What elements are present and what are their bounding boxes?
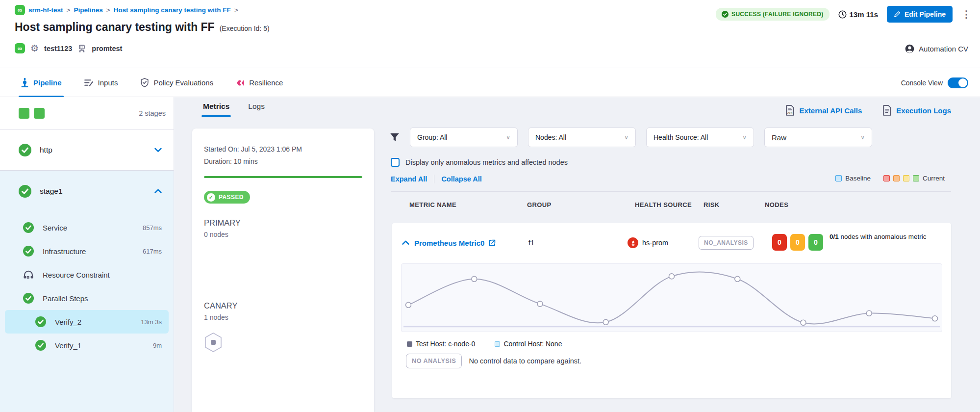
metric-row: Prometheus Metric0 f1 hs-prom N (392, 234, 951, 252)
group-filter-dropdown[interactable]: Group: All∨ (410, 128, 518, 147)
col-risk: RISK (704, 201, 720, 208)
collapse-all-link[interactable]: Collapse All (441, 175, 481, 183)
legend-current: Current (883, 175, 945, 182)
step-duration: 13m 3s (141, 318, 162, 326)
breadcrumb-separator: > (234, 6, 238, 14)
tab-pipeline[interactable]: Pipeline (21, 68, 62, 97)
document-icon (882, 105, 892, 116)
control-host-legend[interactable]: Control Host: None (495, 340, 562, 348)
step-row-resource-constraint[interactable]: Resource Constraint (0, 263, 174, 286)
chevron-up-icon[interactable] (154, 189, 162, 194)
step-name: Verify_1 (55, 341, 81, 350)
tabs: Pipeline Inputs Policy Evaluations Resil… (21, 68, 283, 97)
external-link-icon[interactable] (488, 239, 496, 247)
stage-row-http[interactable]: http (0, 129, 174, 171)
execution-logs-link[interactable]: Execution Logs (882, 105, 951, 116)
success-check-icon (722, 11, 729, 18)
expand-all-link[interactable]: Expand All (391, 175, 427, 183)
risk-green-swatch (913, 175, 919, 181)
collapse-metric-chevron[interactable] (402, 234, 409, 252)
node-count-yellow: 0 (790, 234, 805, 251)
page-title-row: Host sampling canary testing with FF (Ex… (15, 21, 270, 34)
canary-node-count: 1 nodes (204, 313, 362, 321)
chevron-down-icon: ∨ (860, 134, 865, 141)
divider (434, 175, 434, 183)
svg-text:API: API (787, 111, 793, 114)
filters-row: Group: All∨ Nodes: All∨ Health Source: A… (390, 128, 872, 147)
success-check-icon (19, 185, 31, 198)
success-check-icon (35, 340, 46, 351)
edit-pipeline-button[interactable]: Edit Pipeline (887, 6, 953, 23)
col-health-source: HEALTH SOURCE (635, 201, 692, 208)
tab-policy-evaluations[interactable]: Policy Evaluations (140, 68, 213, 97)
baseline-swatch (835, 175, 842, 181)
breadcrumb-pipeline-name[interactable]: Host sampling canary testing with FF (114, 6, 231, 14)
canary-node-hexagon-icon[interactable] (204, 332, 223, 353)
anomalous-filter-row: Display only anomalous metrics and affec… (391, 158, 568, 167)
avatar-icon (905, 44, 914, 53)
filter-funnel-icon[interactable] (390, 132, 400, 142)
service-name[interactable]: test1123 (44, 45, 72, 52)
step-name: Infrastructure (43, 247, 86, 256)
chevron-down-icon[interactable] (154, 148, 162, 153)
divider (391, 191, 951, 192)
chevron-up-icon (402, 240, 409, 245)
breadcrumb-pipelines[interactable]: Pipelines (74, 6, 102, 14)
tab-logs[interactable]: Logs (248, 102, 265, 117)
breadcrumb-separator: > (106, 6, 110, 14)
stage-row-stage1[interactable]: stage1 (0, 171, 174, 212)
tab-bar: Pipeline Inputs Policy Evaluations Resil… (0, 68, 980, 97)
col-group: GROUP (527, 201, 552, 208)
breadcrumb-separator: > (67, 6, 71, 14)
expand-collapse-controls: Expand All Collapse All (391, 175, 482, 183)
execution-duration: 13m 11s (838, 10, 878, 19)
nodes-filter-dropdown[interactable]: Nodes: All∨ (528, 128, 636, 147)
current-swatches (883, 175, 919, 181)
tab-resilience[interactable]: Resilience (236, 68, 283, 97)
risk-yellow-swatch (903, 175, 909, 181)
tab-inputs[interactable]: Inputs (84, 68, 118, 97)
step-row-service[interactable]: Service 857ms (0, 216, 174, 239)
stage-status-squares (19, 108, 45, 119)
success-check-icon (19, 144, 31, 156)
nodes-summary: 0/1 nodes with anomalous metric (829, 232, 952, 242)
metrics-panel: API External API Calls Execution Logs Gr… (374, 97, 980, 412)
health-source-chip: hs-prom (628, 234, 668, 252)
step-row-verify-1[interactable]: Verify_1 9m (5, 334, 169, 357)
step-duration: 857ms (143, 224, 162, 232)
metric-name-link[interactable]: Prometheus Metric0 (414, 234, 496, 252)
data-mode-dropdown[interactable]: Raw∨ (764, 128, 872, 147)
execution-id: (Execution Id: 5) (220, 25, 270, 32)
success-check-icon (23, 222, 34, 233)
verification-summary-card: Started On: Jul 5, 2023 1:06 PM Duration… (192, 129, 374, 412)
trigger-user: Automation CV (905, 44, 968, 53)
environment-name[interactable]: promtest (92, 45, 122, 52)
step-row-verify-2[interactable]: Verify_2 13m 3s (5, 310, 169, 334)
stages-summary: 2 stages (0, 97, 174, 129)
metric-card: Prometheus Metric0 f1 hs-prom N (392, 223, 951, 398)
pipeline-meta: ∞ ⚙ test1123 promtest (15, 43, 122, 53)
trigger-user-name: Automation CV (919, 45, 968, 53)
console-view-control: Console View (901, 68, 968, 97)
health-source-filter-dropdown[interactable]: Health Source: All∨ (646, 128, 754, 147)
step-row-infrastructure[interactable]: Infrastructure 617ms (0, 239, 174, 263)
step-list: Service 857ms Infrastructure 617ms (0, 212, 174, 412)
resilience-icon (236, 78, 245, 87)
console-view-toggle[interactable] (948, 77, 968, 88)
step-row-parallel-steps[interactable]: Parallel Steps (0, 286, 174, 310)
metric-chart[interactable] (401, 263, 942, 332)
pipeline-icon (21, 78, 29, 87)
breadcrumb-project[interactable]: srm-hf-test (28, 6, 63, 14)
clock-icon (838, 10, 847, 19)
external-api-calls-link[interactable]: API External API Calls (785, 105, 862, 116)
more-options-menu[interactable]: ⋮ (961, 12, 968, 17)
test-host-legend[interactable]: Test Host: c-node-0 (407, 340, 475, 348)
tab-metrics[interactable]: Metrics (203, 102, 229, 117)
passed-check-icon: ✓ (207, 193, 215, 202)
no-analysis-badge: NO ANALYSIS (406, 354, 462, 368)
step-duration: 617ms (143, 248, 162, 255)
console-view-label: Console View (901, 79, 943, 87)
anomalous-only-checkbox[interactable] (391, 158, 400, 167)
service-logo-icon: ∞ (15, 43, 25, 53)
test-host-swatch (407, 341, 412, 347)
